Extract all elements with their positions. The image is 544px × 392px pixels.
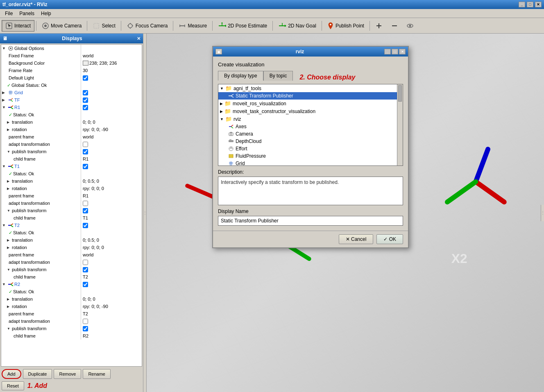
item-grid[interactable]: Grid: [218, 160, 403, 166]
tool-move-camera[interactable]: Move Camera: [38, 20, 85, 32]
tool-extra-3[interactable]: [403, 20, 417, 32]
tool-2d-nav[interactable]: 2D Nav Goal: [274, 20, 320, 32]
viewport[interactable]: one X2 ■ rviz _ □ ✕ Create visualization: [147, 34, 544, 392]
tree-item-t2-adapt[interactable]: adapt transformation: [1, 258, 142, 266]
tree-item-tf[interactable]: ▶ TF: [1, 96, 142, 104]
tree-item-t1[interactable]: ▼ T1: [1, 163, 142, 170]
tree-item-r2[interactable]: ▼ R2: [1, 281, 142, 288]
folder-rviz[interactable]: ▼ 📁 rviz: [218, 115, 403, 123]
close-button[interactable]: ✕: [535, 2, 542, 7]
tree-item-bg-color[interactable]: Background Color 238; 238; 236: [1, 59, 142, 67]
tree-item-t1-child[interactable]: child frame T1: [1, 214, 142, 222]
tool-focus-camera[interactable]: Focus Camera: [123, 20, 172, 32]
tree-item-t2[interactable]: ▼ T2: [1, 222, 142, 229]
duplicate-button[interactable]: Duplicate: [23, 369, 52, 379]
checkbox-grid[interactable]: [83, 90, 88, 95]
menu-help[interactable]: Help: [38, 10, 54, 17]
checkbox-r1-adapt[interactable]: [83, 142, 88, 147]
checkbox-t2-publish[interactable]: [83, 267, 88, 272]
scrollbar-thumb[interactable]: [398, 85, 402, 102]
checkbox-t1[interactable]: [83, 164, 88, 169]
tool-2d-pose[interactable]: 2D Pose Estimate: [214, 20, 271, 32]
tree-item-t1-parent[interactable]: parent frame R1: [1, 192, 142, 199]
tree-item-r1[interactable]: ▼ R1: [1, 104, 142, 111]
resize-handle-left[interactable]: ⋮: [143, 34, 147, 392]
tree-item-t2-rotation[interactable]: ▶ rotation rpy: 0; 0; 0: [1, 244, 142, 251]
label-r1-child: child frame: [14, 156, 36, 161]
tree-item-frame-rate[interactable]: Frame Rate 30: [1, 67, 142, 74]
tree-item-t2-translation[interactable]: ▶ translation 0; 0.5; 0: [1, 236, 142, 244]
tree-item-t2-publish[interactable]: ▼ publish transform: [1, 266, 142, 273]
checkbox-r2[interactable]: [83, 282, 88, 287]
folder-moveit-tc[interactable]: ▶ 📁 moveit_task_constructor_visualizatio…: [218, 107, 403, 115]
checkbox-t1-adapt[interactable]: [83, 201, 88, 206]
tree-item-r2-parent[interactable]: parent frame T2: [1, 310, 142, 317]
cancel-button[interactable]: ✕ Cancel: [339, 234, 374, 244]
folder-moveit-ros[interactable]: ▶ 📁 moveit_ros_visualization: [218, 100, 403, 107]
minimize-button[interactable]: _: [519, 2, 525, 7]
item-depthcloud[interactable]: DepthCloud: [218, 138, 403, 145]
display-name-input[interactable]: [218, 216, 403, 226]
checkbox-r1[interactable]: [83, 105, 88, 110]
checkbox-r1-publish[interactable]: [83, 149, 88, 154]
checkbox-r2-adapt[interactable]: [83, 319, 88, 324]
item-effort[interactable]: Effort: [218, 145, 403, 152]
tree-item-r1-rotation[interactable]: ▶ rotation rpy: 0; 0; -90: [1, 126, 142, 133]
tree-item-r2-rotation[interactable]: ▶ rotation rpy: 0; 0; -90: [1, 303, 142, 310]
checkbox-t2[interactable]: [83, 223, 88, 228]
tool-select[interactable]: Select: [89, 20, 119, 32]
tree-item-r2-adapt[interactable]: adapt transformation: [1, 317, 142, 325]
checkbox-t1-publish[interactable]: [83, 208, 88, 213]
tree-item-t2-parent[interactable]: parent frame world: [1, 251, 142, 258]
tree-item-global-options[interactable]: ▼ Global Options: [1, 45, 142, 52]
tree-item-grid[interactable]: ▶ Grid: [1, 89, 142, 96]
tool-extra-2[interactable]: [387, 20, 402, 32]
tree-item-r1-translation[interactable]: ▶ translation 0; 0; 0: [1, 118, 142, 126]
panel-close-button[interactable]: ✕: [137, 36, 141, 41]
item-camera[interactable]: Camera: [218, 130, 403, 138]
maximize-button[interactable]: □: [527, 2, 533, 7]
rename-button[interactable]: Rename: [83, 369, 111, 379]
item-axes[interactable]: Axes: [218, 123, 403, 130]
tab-by-display-type[interactable]: By display type: [218, 71, 263, 81]
ok-button[interactable]: ✓ OK: [376, 234, 403, 244]
tree-item-t1-translation[interactable]: ▶ translation 0; 0.5; 0: [1, 177, 142, 185]
menu-file[interactable]: File: [2, 10, 16, 17]
dialog-close-button[interactable]: ✕: [399, 49, 406, 54]
remove-button[interactable]: Remove: [54, 369, 81, 379]
tree-item-t1-adapt[interactable]: adapt transformation: [1, 199, 142, 207]
item-static-transform-publisher[interactable]: Static Transform Publisher: [218, 92, 403, 100]
dialog-maximize-button[interactable]: □: [392, 49, 398, 54]
tree-item-t2-child[interactable]: child frame T2: [1, 273, 142, 281]
tree-item-r2-translation[interactable]: ▶ translation 0; 0; 0: [1, 295, 142, 303]
folder-agni-tf-tools[interactable]: ▼ 📁 agni_tf_tools: [218, 84, 403, 92]
tree-item-r1-child[interactable]: child frame R1: [1, 155, 142, 163]
add-button[interactable]: Add: [2, 369, 21, 379]
tool-publish-point[interactable]: Publish Point: [324, 20, 368, 32]
tab-by-topic[interactable]: By topic: [263, 71, 293, 81]
tree-item-t1-publish[interactable]: ▼ publish transform: [1, 207, 142, 214]
item-fluidpressure[interactable]: FluidPressure: [218, 152, 403, 160]
tree-item-global-status[interactable]: ✓ Global Status: Ok: [1, 82, 142, 89]
checkbox-r2-publish[interactable]: [83, 326, 88, 331]
checkbox-default-light[interactable]: [83, 75, 88, 81]
right-resize-handle[interactable]: ⋮: [541, 205, 544, 221]
checkbox-tf[interactable]: [83, 97, 88, 103]
reset-button[interactable]: Reset: [2, 381, 24, 390]
tree-item-fixed-frame[interactable]: Fixed Frame world: [1, 52, 142, 59]
effort-icon: [228, 146, 234, 152]
tree-item-r2-publish[interactable]: ▼ publish transform: [1, 325, 142, 332]
dialog-minimize-button[interactable]: _: [384, 49, 391, 54]
tree-item-r1-publish[interactable]: ▼ publish transform: [1, 148, 142, 155]
tree-item-t1-rotation[interactable]: ▶ rotation rpy: 0; 0; 0: [1, 185, 142, 192]
tree-scrollbar[interactable]: [397, 84, 403, 165]
tree-item-r2-child[interactable]: child frame R2: [1, 332, 142, 340]
tool-extra-1[interactable]: [372, 20, 386, 32]
tree-item-r1-adapt[interactable]: adapt transformation: [1, 140, 142, 148]
tool-interact[interactable]: Interact: [2, 20, 34, 32]
tree-item-default-light[interactable]: Default Light: [1, 74, 142, 82]
tree-item-r1-parent[interactable]: parent frame world: [1, 133, 142, 140]
tool-measure[interactable]: Measure: [175, 20, 211, 32]
checkbox-t2-adapt[interactable]: [83, 260, 88, 265]
menu-panels[interactable]: Panels: [16, 10, 38, 17]
